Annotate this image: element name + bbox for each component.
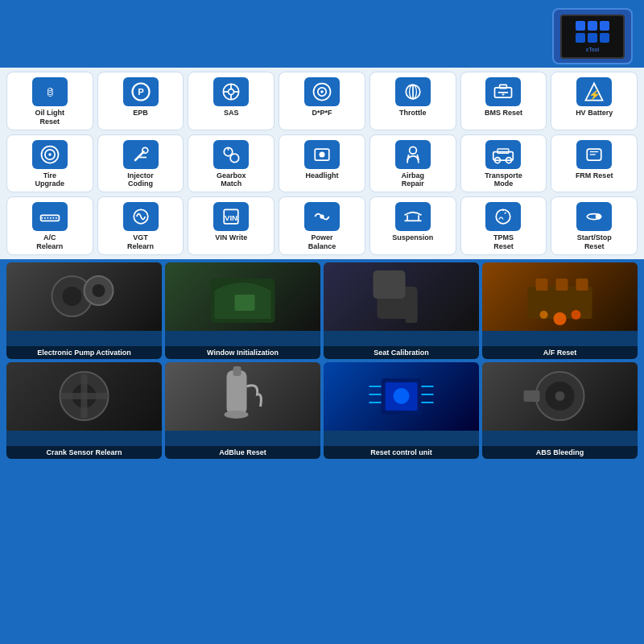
- svg-point-62: [596, 214, 601, 220]
- svg-text:🛢: 🛢: [45, 87, 55, 98]
- function-card-4[interactable]: Throttle: [369, 72, 456, 130]
- photo-label-0: Electronic Pump Activation: [6, 346, 162, 359]
- function-icon-16: VIN: [213, 202, 249, 231]
- function-card-6[interactable]: ⚡HV Battery: [551, 72, 638, 130]
- function-card-1[interactable]: PEPB: [97, 72, 184, 130]
- function-card-11[interactable]: Airbag Repair: [369, 134, 456, 193]
- svg-line-60: [505, 213, 506, 214]
- svg-rect-83: [227, 370, 247, 415]
- photo-card-4: Crank Sensor Relearn: [6, 362, 162, 459]
- svg-rect-74: [556, 279, 568, 291]
- svg-point-78: [572, 310, 581, 320]
- photo-card-2: Seat Calibration: [324, 262, 479, 359]
- svg-point-29: [230, 154, 239, 163]
- function-icon-10: [304, 140, 340, 169]
- functions-grid: 🛢Oil Light ResetPEPBSASD*P*FThrottle+BMS…: [0, 68, 644, 259]
- function-label-18: Suspension: [392, 233, 433, 242]
- svg-point-54: [320, 215, 324, 219]
- svg-point-97: [555, 391, 565, 401]
- photo-grid: Electronic Pump ActivationWindow Initial…: [0, 259, 644, 462]
- photo-card-6: Reset control unit: [324, 362, 479, 459]
- function-card-18[interactable]: Suspension: [369, 196, 456, 255]
- svg-rect-73: [536, 279, 548, 291]
- title-block: [11, 8, 552, 10]
- svg-text:VIN: VIN: [225, 213, 237, 222]
- function-label-13: FRM Reset: [576, 171, 613, 180]
- function-label-16: VIN Write: [215, 233, 247, 242]
- function-label-2: SAS: [224, 109, 239, 118]
- svg-text:P: P: [138, 87, 144, 97]
- function-label-5: BMS Reset: [485, 109, 522, 118]
- function-card-7[interactable]: Tire Upgrade: [6, 134, 93, 193]
- device-image: xTool: [552, 8, 633, 64]
- function-label-20: Start/Stop Reset: [577, 233, 612, 251]
- photo-label-3: A/F Reset: [482, 346, 638, 359]
- svg-point-24: [48, 153, 52, 156]
- function-icon-20: [576, 202, 612, 231]
- function-card-8[interactable]: Injector Coding: [97, 134, 184, 193]
- svg-point-32: [319, 151, 324, 157]
- function-label-17: Power Balance: [308, 233, 336, 251]
- function-card-12[interactable]: Transporte Mode: [460, 134, 547, 193]
- svg-point-5: [229, 89, 234, 95]
- svg-point-26: [142, 147, 147, 153]
- function-card-0[interactable]: 🛢Oil Light Reset: [6, 72, 93, 130]
- photo-card-3: A/F Reset: [482, 262, 638, 359]
- svg-point-66: [93, 284, 105, 297]
- function-icon-11: [395, 140, 431, 169]
- function-label-14: A/C Relearn: [36, 233, 63, 251]
- function-label-1: EPB: [133, 109, 148, 118]
- function-icon-9: [213, 140, 249, 169]
- svg-point-85: [225, 411, 249, 419]
- function-icon-15: [123, 202, 159, 231]
- function-card-16[interactable]: VINVIN Write: [188, 196, 275, 255]
- function-card-9[interactable]: Gearbox Match: [188, 134, 275, 193]
- function-card-17[interactable]: Power Balance: [279, 196, 365, 255]
- svg-rect-75: [576, 279, 588, 291]
- function-icon-18: [395, 202, 431, 231]
- function-card-20[interactable]: Start/Stop Reset: [551, 196, 638, 255]
- function-card-14[interactable]: A/C Relearn: [6, 196, 93, 255]
- photo-label-6: Reset control unit: [324, 446, 479, 459]
- function-icon-19: [485, 202, 521, 231]
- function-label-15: VGT Relearn: [127, 233, 154, 251]
- function-label-3: D*P*F: [312, 109, 332, 118]
- function-label-12: Transporte Mode: [485, 171, 522, 189]
- function-card-5[interactable]: +BMS Reset: [460, 72, 547, 130]
- svg-rect-68: [235, 295, 255, 311]
- function-label-10: Headlight: [305, 171, 338, 180]
- function-icon-17: [304, 202, 340, 231]
- photo-card-0: Electronic Pump Activation: [6, 262, 162, 359]
- function-card-3[interactable]: D*P*F: [279, 72, 365, 130]
- function-card-13[interactable]: FRM Reset: [551, 134, 638, 193]
- svg-rect-17: [500, 85, 507, 88]
- function-card-19[interactable]: TPMS Reset: [460, 196, 547, 255]
- function-icon-0: 🛢: [32, 77, 68, 106]
- svg-line-25: [135, 151, 144, 160]
- photo-card-7: ABS Bleeding: [482, 362, 638, 459]
- function-label-4: Throttle: [399, 109, 427, 118]
- svg-point-77: [540, 311, 548, 319]
- svg-rect-71: [406, 303, 418, 323]
- svg-rect-70: [374, 270, 406, 299]
- function-icon-8: [123, 140, 159, 169]
- svg-text:⚡: ⚡: [588, 89, 601, 101]
- function-icon-4: [395, 77, 431, 106]
- photo-label-7: ABS Bleeding: [482, 446, 638, 459]
- svg-point-12: [320, 90, 324, 93]
- photo-label-5: AdBlue Reset: [165, 446, 320, 459]
- function-card-15[interactable]: VGT Relearn: [97, 196, 184, 255]
- function-icon-7: [32, 140, 68, 169]
- photo-label-4: Crank Sensor Relearn: [6, 446, 162, 459]
- device-screen: xTool: [560, 14, 625, 59]
- function-card-10[interactable]: Headlight: [279, 134, 365, 193]
- function-label-6: HV Battery: [576, 109, 613, 118]
- function-card-2[interactable]: SAS: [188, 72, 275, 130]
- function-label-9: Gearbox Match: [217, 171, 246, 189]
- photo-card-1: Window Initialization: [165, 262, 320, 359]
- svg-rect-98: [524, 390, 540, 402]
- svg-point-64: [63, 287, 82, 306]
- photo-card-5: AdBlue Reset: [165, 362, 320, 459]
- function-icon-1: P: [123, 77, 159, 106]
- header: xTool: [0, 0, 644, 68]
